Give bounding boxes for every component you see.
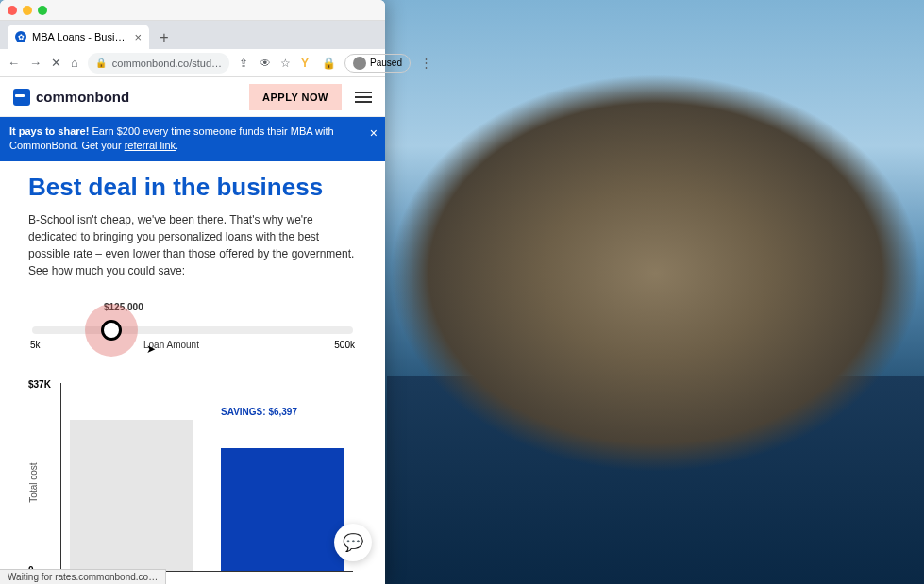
cost-chart: $37K 0 Total cost SAVINGS: $6,397 bbox=[32, 383, 353, 572]
slider-min-label: 5k bbox=[30, 340, 41, 350]
profile-button[interactable]: Paused bbox=[344, 54, 411, 73]
status-bar: Waiting for rates.commonbond.co… bbox=[0, 569, 166, 584]
tab-title: MBA Loans - Business School bbox=[32, 31, 128, 42]
slider-handle[interactable] bbox=[101, 320, 122, 341]
window-close-button[interactable] bbox=[8, 6, 17, 15]
forward-button[interactable]: → bbox=[29, 56, 42, 70]
referral-link[interactable]: referral link bbox=[125, 140, 176, 151]
wallpaper-mountain bbox=[387, 66, 924, 584]
promo-dot: . bbox=[176, 140, 178, 151]
slider-track[interactable] bbox=[32, 326, 353, 334]
slider-label: Loan Amount bbox=[143, 340, 199, 350]
stop-button[interactable]: ✕ bbox=[51, 56, 61, 70]
y-tick-top: $37K bbox=[28, 379, 51, 390]
browser-window: ✿ MBA Loans - Business School × + ← → ✕ … bbox=[0, 0, 385, 584]
savings-annotation: SAVINGS: $6,397 bbox=[221, 407, 297, 417]
loan-amount-slider[interactable]: $125,000 5k Loan Amount 500k bbox=[32, 302, 353, 377]
home-button[interactable]: ⌂ bbox=[71, 56, 78, 70]
toolbar-icons: ⇪ 👁 ☆ Y 🔒 bbox=[239, 57, 335, 70]
apply-now-button[interactable]: APPLY NOW bbox=[249, 84, 342, 110]
y-axis bbox=[60, 383, 61, 572]
bar-federal bbox=[70, 420, 193, 571]
promo-bold: It pays to share! bbox=[9, 125, 89, 137]
share-icon[interactable]: ⇪ bbox=[239, 57, 252, 70]
tab-favicon-icon: ✿ bbox=[15, 31, 26, 42]
profile-status: Paused bbox=[370, 58, 402, 68]
avatar-icon bbox=[353, 57, 366, 70]
lock-icon: 🔒 bbox=[95, 58, 107, 68]
url-text: commonbond.co/stud… bbox=[112, 58, 222, 69]
promo-close-button[interactable]: × bbox=[370, 125, 378, 143]
address-bar-row: ← → ✕ ⌂ 🔒 commonbond.co/stud… ⇪ 👁 ☆ Y 🔒 … bbox=[0, 49, 385, 77]
eye-icon[interactable]: 👁 bbox=[260, 57, 273, 70]
brand-name: commonbond bbox=[36, 89, 129, 105]
address-bar[interactable]: 🔒 commonbond.co/stud… bbox=[88, 53, 229, 74]
promo-banner: It pays to share! Earn $200 every time s… bbox=[0, 117, 385, 161]
window-titlebar bbox=[0, 0, 385, 21]
tab-close-button[interactable]: × bbox=[134, 30, 142, 44]
window-zoom-button[interactable] bbox=[38, 6, 47, 15]
back-button[interactable]: ← bbox=[8, 56, 20, 70]
chat-icon: 💬 bbox=[343, 532, 363, 553]
ext-lock-icon[interactable]: 🔒 bbox=[322, 57, 335, 70]
ext-y-icon[interactable]: Y bbox=[301, 57, 314, 70]
new-tab-button[interactable]: + bbox=[153, 26, 176, 49]
slider-max-label: 500k bbox=[334, 340, 355, 350]
page-title: Best deal in the business bbox=[28, 173, 357, 202]
page-body: B-School isn't cheap, we've been there. … bbox=[28, 211, 357, 279]
browser-tab[interactable]: ✿ MBA Loans - Business School × bbox=[8, 25, 149, 49]
chat-bubble-button[interactable]: 💬 bbox=[334, 524, 372, 561]
y-axis-label: Total cost bbox=[28, 462, 39, 502]
page-header: commonbond APPLY NOW bbox=[0, 77, 385, 117]
brand-logo[interactable]: commonbond bbox=[13, 89, 129, 106]
window-minimize-button[interactable] bbox=[23, 6, 32, 15]
overflow-menu-button[interactable]: ⋮ bbox=[420, 56, 432, 70]
star-icon[interactable]: ☆ bbox=[280, 57, 294, 70]
bar-commonbond bbox=[221, 448, 344, 571]
hamburger-menu-button[interactable] bbox=[355, 92, 372, 103]
page-content: commonbond APPLY NOW It pays to share! E… bbox=[0, 77, 385, 584]
logo-mark-icon bbox=[13, 89, 30, 106]
tab-strip: ✿ MBA Loans - Business School × + bbox=[0, 21, 385, 49]
